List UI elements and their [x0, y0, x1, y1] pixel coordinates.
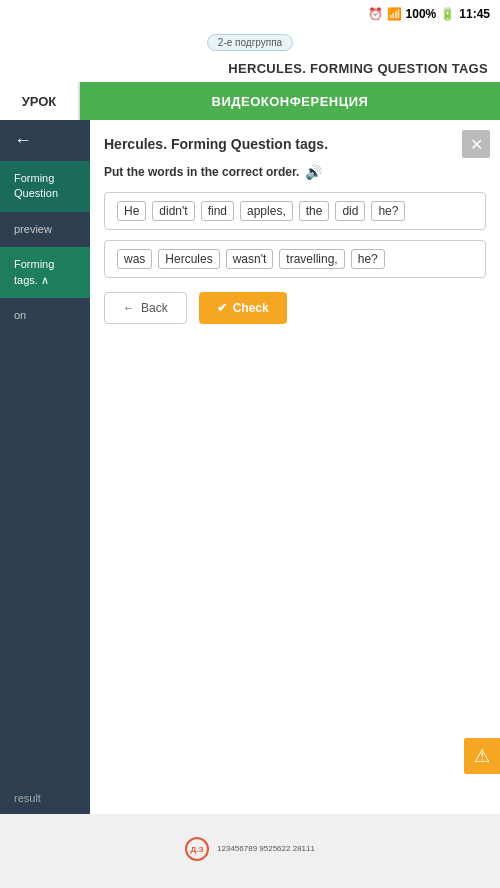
sidebar-preview-label: preview	[14, 223, 52, 235]
sidebar-spacer	[0, 333, 90, 782]
check-button-label: Check	[233, 301, 269, 315]
status-bar: ⏰ 📶 100% 🔋 11:45	[0, 0, 500, 28]
sidebar-back-button[interactable]: ←	[0, 120, 90, 161]
back-button[interactable]: ← Back	[104, 292, 187, 324]
content-panel: ✕ Hercules. Forming Question tags. Put t…	[90, 120, 500, 814]
battery-icon: 🔋	[440, 7, 455, 21]
sidebar-item-on[interactable]: on	[0, 298, 90, 333]
word-box-1[interactable]: He didn't find apples, the did he?	[104, 192, 486, 230]
word-chip[interactable]: he?	[371, 201, 405, 221]
sidebar-result[interactable]: result	[0, 782, 90, 814]
word-chip[interactable]: didn't	[152, 201, 194, 221]
content-title: Hercules. Forming Question tags.	[104, 136, 450, 152]
sidebar-item-forming-question[interactable]: Forming Question	[0, 161, 90, 212]
word-chip[interactable]: wasn't	[226, 249, 274, 269]
tab-row: УРОК ВИДЕОКОНФЕРЕНЦИЯ	[0, 82, 500, 120]
bottom-logo-circle: Д.З	[185, 837, 209, 861]
bottom-logo-text: 123456789 9525622 28111	[217, 844, 315, 854]
status-icons: ⏰ 📶 100% 🔋 11:45	[368, 7, 490, 21]
audio-icon[interactable]: 🔊	[305, 164, 322, 180]
word-chip[interactable]: Hercules	[158, 249, 219, 269]
sidebar-item-forming-question-label: Forming Question	[14, 171, 76, 202]
time-display: 11:45	[459, 7, 490, 21]
tab-urok[interactable]: УРОК	[0, 82, 80, 120]
check-button[interactable]: ✔ Check	[199, 292, 287, 324]
word-chip[interactable]: did	[335, 201, 365, 221]
wifi-icon: 📶	[387, 7, 402, 21]
sidebar: ← Forming Question preview Formingtags. …	[0, 120, 90, 814]
page-title: HERCULES. FORMING QUESTION TAGS	[0, 55, 500, 82]
sidebar-item-forming-tags[interactable]: Formingtags. ∧	[0, 247, 90, 298]
sidebar-item-preview[interactable]: preview	[0, 212, 90, 247]
main-area: ← Forming Question preview Formingtags. …	[0, 120, 500, 814]
alert-float-button[interactable]: ⚠	[464, 738, 500, 774]
word-chip[interactable]: travelling,	[279, 249, 344, 269]
check-icon: ✔	[217, 301, 227, 315]
back-arrow-icon: ←	[123, 301, 135, 315]
subgroup-pill: 2-е подгруппа	[207, 34, 293, 51]
buttons-row: ← Back ✔ Check	[104, 292, 486, 324]
word-box-2[interactable]: was Hercules wasn't travelling, he?	[104, 240, 486, 278]
instruction-text: Put the words in the correct order.	[104, 165, 299, 179]
alarm-icon: ⏰	[368, 7, 383, 21]
word-chip[interactable]: the	[299, 201, 330, 221]
back-button-label: Back	[141, 301, 168, 315]
close-button[interactable]: ✕	[462, 130, 490, 158]
word-chip[interactable]: He	[117, 201, 146, 221]
word-chip[interactable]: find	[201, 201, 234, 221]
sidebar-on-label: on	[14, 309, 26, 321]
word-chip[interactable]: apples,	[240, 201, 293, 221]
chevron-icon: ∧	[41, 274, 49, 286]
tab-videoconf[interactable]: ВИДЕОКОНФЕРЕНЦИЯ	[80, 82, 500, 120]
battery-percent: 100%	[406, 7, 437, 21]
word-chip[interactable]: he?	[351, 249, 385, 269]
bottom-bar: Д.З 123456789 9525622 28111	[0, 814, 500, 884]
subgroup-badge-bar: 2-е подгруппа	[0, 28, 500, 55]
instruction-row: Put the words in the correct order. 🔊	[104, 164, 486, 180]
word-chip[interactable]: was	[117, 249, 152, 269]
